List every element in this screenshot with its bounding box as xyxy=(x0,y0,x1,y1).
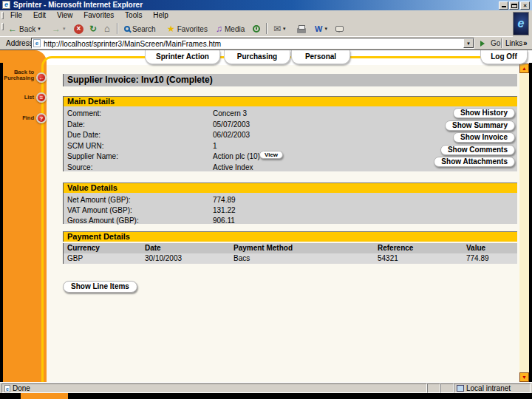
media-label: Media xyxy=(225,25,245,33)
home-icon: ⌂ xyxy=(104,24,110,33)
links-chevron-icon[interactable]: » xyxy=(523,39,528,47)
list-icon[interactable]: ≡ xyxy=(36,92,47,103)
payment-table-row: GBP 30/10/2003 Bacs 54321 774.89 xyxy=(63,253,517,264)
menu-view[interactable]: View xyxy=(52,10,78,19)
page-title: Supplier Invoice: Inv10 (Complete) xyxy=(63,74,517,86)
menu-file[interactable]: File xyxy=(6,10,27,19)
mail-dropdown-icon[interactable]: ▾ xyxy=(283,26,286,32)
app-icon: e xyxy=(2,1,10,9)
address-dropdown-button[interactable]: ▾ xyxy=(463,38,474,48)
cell-reference: 54321 xyxy=(378,253,398,263)
edit-dropdown-icon[interactable]: ▾ xyxy=(324,26,327,32)
cell-currency: GBP xyxy=(67,253,83,263)
show-line-items-button[interactable]: Show Line Items xyxy=(63,281,137,293)
field-label: Date: xyxy=(67,120,85,129)
back-label: Back xyxy=(19,25,35,33)
field-label: Due Date: xyxy=(67,130,100,140)
main-details-heading: Main Details xyxy=(63,96,517,106)
search-button[interactable]: Search xyxy=(121,22,159,35)
history-button[interactable] xyxy=(250,22,263,35)
print-button[interactable] xyxy=(294,22,309,35)
mail-icon: ✉ xyxy=(273,24,281,33)
menu-favorites[interactable]: Favorites xyxy=(79,10,118,19)
refresh-button[interactable]: ↻ xyxy=(86,22,100,35)
toolbar-separator xyxy=(117,23,118,34)
field-label: SCM URN: xyxy=(67,141,103,151)
title-bar[interactable]: e Sprinter - Microsoft Internet Explorer… xyxy=(0,0,532,10)
links-label[interactable]: Links xyxy=(505,39,522,47)
column-header: Reference xyxy=(378,243,413,253)
cell-payment-method: Bacs xyxy=(233,253,250,263)
tab-sprinter-action[interactable]: Sprinter Action xyxy=(145,50,220,64)
view-supplier-button[interactable]: View xyxy=(259,151,283,159)
go-button[interactable]: Go xyxy=(477,38,503,49)
forward-button[interactable]: → ▾ xyxy=(49,22,69,35)
history-icon xyxy=(253,25,260,33)
edit-word-icon: W xyxy=(315,24,322,33)
go-icon xyxy=(480,41,488,47)
field-vat-amount: VAT Amount (GBP): 131.22 xyxy=(64,205,518,216)
scroll-up-button[interactable]: ▲ xyxy=(519,64,529,73)
show-history-button[interactable]: Show History xyxy=(453,108,515,118)
maximize-button[interactable] xyxy=(509,1,519,10)
tab-purchasing[interactable]: Purchasing xyxy=(224,50,290,64)
back-dropdown-icon[interactable]: ▾ xyxy=(38,26,41,32)
home-button[interactable]: ⌂ xyxy=(101,22,113,35)
log-off-button[interactable]: Log Off xyxy=(480,50,528,64)
back-to-purchasing-icon[interactable]: ← xyxy=(36,72,47,83)
status-cell: e Done xyxy=(1,383,427,393)
field-value: 774.89 xyxy=(213,195,236,205)
forward-icon: → xyxy=(52,24,61,33)
field-net-amount: Net Amount (GBP): 774.89 xyxy=(64,195,518,205)
close-icon: × xyxy=(523,2,527,9)
ie-throbber-logo: e xyxy=(513,12,529,35)
field-comment: Comment: Concern 3 xyxy=(64,109,518,119)
scroll-down-button[interactable]: ▼ xyxy=(519,372,529,382)
minimize-icon xyxy=(502,6,506,7)
payment-table-header: Currency Date Payment Method Reference V… xyxy=(63,243,517,253)
field-value: 131.22 xyxy=(213,205,236,215)
field-value: 06/02/2003 xyxy=(213,130,250,140)
close-button[interactable]: × xyxy=(520,1,530,10)
back-icon: ← xyxy=(8,24,17,33)
menu-grip[interactable] xyxy=(1,12,4,19)
mail-button[interactable]: ✉ ▾ xyxy=(270,22,289,35)
favorites-button[interactable]: ★ Favorites xyxy=(164,22,211,35)
field-gross-amount: Gross Amount (GBP): 906.11 xyxy=(64,216,518,226)
favorites-label: Favorites xyxy=(177,25,208,33)
field-value: 906.11 xyxy=(213,216,235,225)
show-comments-button[interactable]: Show Comments xyxy=(440,145,515,155)
field-label: VAT Amount (GBP): xyxy=(67,205,132,215)
field-label: Gross Amount (GBP): xyxy=(67,216,139,225)
discuss-button[interactable] xyxy=(332,22,347,35)
document-icon: e xyxy=(4,385,10,392)
refresh-icon: ↻ xyxy=(89,24,97,33)
address-input[interactable]: e http://localhost/sprinter3/MainScreen/… xyxy=(31,38,474,49)
value-details-panel: Net Amount (GBP): 774.89 VAT Amount (GBP… xyxy=(63,193,517,224)
find-icon[interactable]: ? xyxy=(36,113,47,123)
intranet-zone-icon xyxy=(457,385,464,392)
go-label: Go xyxy=(491,39,500,47)
stop-button[interactable]: × xyxy=(71,22,86,35)
content-scrollbar[interactable]: ▲ ▼ xyxy=(519,64,529,382)
field-value: Active Index xyxy=(213,163,253,172)
media-button[interactable]: ♫ Media xyxy=(213,22,248,35)
menu-help[interactable]: Help xyxy=(149,10,173,19)
show-invoice-button[interactable]: Show Invoice xyxy=(453,132,515,143)
toolbar-grip[interactable] xyxy=(1,23,4,30)
edit-button[interactable]: W ▾ xyxy=(312,22,330,35)
show-attachments-button[interactable]: Show Attachments xyxy=(434,157,515,167)
cell-value: 774.89 xyxy=(466,253,489,263)
forward-dropdown-icon[interactable]: ▾ xyxy=(63,26,66,32)
show-summary-button[interactable]: Show Summary xyxy=(445,120,515,131)
page-right-edge xyxy=(529,63,532,382)
menu-tools[interactable]: Tools xyxy=(120,10,146,19)
field-label: Net Amount (GBP): xyxy=(67,195,131,205)
menu-items: File Edit View Favorites Tools Help xyxy=(6,10,173,19)
menu-edit[interactable]: Edit xyxy=(29,10,50,19)
tab-personal[interactable]: Personal xyxy=(291,50,350,64)
field-value: 1 xyxy=(213,141,217,151)
back-button[interactable]: ← Back ▾ xyxy=(5,22,44,35)
minimize-button[interactable] xyxy=(499,1,508,10)
address-url[interactable]: http://localhost/sprinter3/MainScreen/Ma… xyxy=(44,39,221,49)
